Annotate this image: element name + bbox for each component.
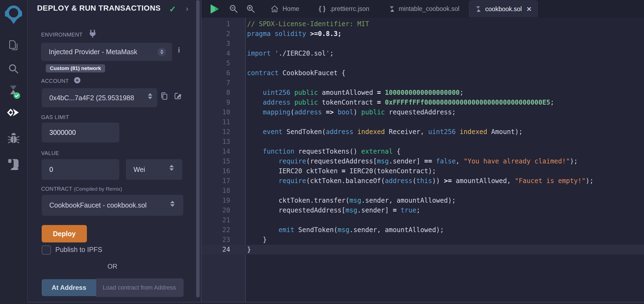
tab-cookbook-sol[interactable]: cookbook.sol×: [469, 1, 538, 17]
environment-value: Injected Provider - MetaMask: [49, 48, 137, 56]
value-unit-select[interactable]: Wei: [126, 159, 182, 180]
code-line[interactable]: 11: [201, 117, 644, 127]
environment-toggle-icon[interactable]: [157, 48, 166, 56]
deploy-run-icon[interactable]: [0, 108, 27, 120]
line-number: 15: [201, 156, 230, 166]
file-explorer-icon[interactable]: [0, 39, 27, 51]
code-editor[interactable]: 1// SPDX-License-Identifier: MIT2pragma …: [201, 18, 644, 302]
debugger-icon[interactable]: [0, 133, 27, 145]
tab-label: Home: [282, 5, 299, 13]
line-number: 3: [201, 39, 230, 48]
value-label: VALUE: [41, 150, 59, 156]
line-number: 7: [201, 78, 230, 88]
tab-prettierrc-json[interactable]: { }.prettierrc.json: [309, 0, 379, 18]
code-text: IERC20 cktToken = IERC20(tokenContract);: [247, 166, 436, 176]
account-select[interactable]: 0x4bC...7a4F2 (25.9531988: [42, 88, 157, 107]
account-value: 0x4bC...7a4F2 (25.9531988: [49, 94, 134, 102]
code-line[interactable]: 21: [201, 215, 644, 225]
tab-label: mintable_coobook.sol: [399, 5, 459, 13]
code-text: }: [247, 235, 267, 245]
deploy-run-panel: DEPLOY & RUN TRANSACTIONS ✓ › ENVIRONMEN…: [28, 0, 200, 304]
home-icon: [271, 5, 279, 13]
gas-limit-label: GAS LIMIT: [41, 114, 69, 120]
code-text: // SPDX-License-Identifier: MIT: [247, 19, 369, 29]
code-text: emit SendToken(msg.sender, amountAllowed…: [247, 225, 444, 235]
deploy-button[interactable]: Deploy: [42, 225, 87, 242]
code-line[interactable]: 23 }: [201, 235, 644, 245]
code-line[interactable]: 20 requestedAddress[msg.sender] = true;: [201, 205, 644, 215]
copy-icon[interactable]: [160, 92, 168, 102]
unit-select-arrows-icon: [169, 165, 174, 171]
edit-icon[interactable]: [174, 92, 183, 101]
code-line[interactable]: 13: [201, 137, 644, 147]
code-text: contract CookbookFaucet {: [247, 68, 345, 78]
code-line[interactable]: 10 mapping(address => bool) public reque…: [201, 107, 644, 117]
run-icon[interactable]: [210, 4, 220, 16]
code-line[interactable]: 6contract CookbookFaucet {: [201, 68, 644, 78]
code-line[interactable]: 8 uint256 public amountAllowed = 1000000…: [201, 88, 644, 98]
line-number: 1: [201, 19, 230, 29]
line-number: 2: [201, 29, 230, 39]
code-text: address public tokenContract = 0xFFFFfFF…: [247, 98, 554, 107]
publish-ipfs-checkbox[interactable]: [42, 245, 51, 255]
code-line[interactable]: 24}: [201, 245, 644, 254]
at-address-button[interactable]: At Address: [42, 279, 96, 296]
at-address-input[interactable]: [102, 284, 177, 291]
environment-select[interactable]: Injected Provider - MetaMask: [41, 43, 172, 61]
line-number: 18: [201, 186, 230, 196]
code-line[interactable]: 9 address public tokenContract = 0xFFFFf…: [201, 98, 644, 107]
line-number: 19: [201, 196, 230, 205]
code-line[interactable]: 7: [201, 78, 644, 88]
line-number: 23: [201, 235, 230, 245]
code-line[interactable]: 15 require(requestedAddress[msg.sender] …: [201, 156, 644, 166]
line-number: 4: [201, 48, 230, 58]
line-number: 9: [201, 98, 230, 107]
code-line[interactable]: 16 IERC20 cktToken = IERC20(tokenContrac…: [201, 166, 644, 176]
remix-ide-window: DEPLOY & RUN TRANSACTIONS ✓ › ENVIRONMEN…: [0, 0, 644, 304]
code-line[interactable]: 14 function requestTokens() external {: [201, 147, 644, 156]
contract-select[interactable]: CookbookFaucet - cookbook.sol: [42, 195, 183, 216]
at-address-field[interactable]: [95, 278, 184, 297]
gas-limit-field[interactable]: [42, 123, 119, 142]
publish-ipfs-label: Publish to IPFS: [55, 246, 102, 254]
line-number: 8: [201, 88, 230, 98]
contract-select-arrows-icon: [170, 201, 175, 207]
value-input[interactable]: [49, 165, 112, 174]
code-line[interactable]: 5: [201, 58, 644, 68]
terminal-top-border[interactable]: [27, 302, 644, 304]
solidity-compiler-icon[interactable]: [0, 85, 27, 99]
code-lines: 1// SPDX-License-Identifier: MIT2pragma …: [201, 19, 644, 254]
code-line[interactable]: 18: [201, 186, 644, 196]
code-line[interactable]: 3: [201, 39, 644, 48]
editor-tabbar: Home{ }.prettierrc.jsonmintable_coobook.…: [201, 0, 644, 18]
tab-strip: Home{ }.prettierrc.jsonmintable_coobook.…: [261, 0, 538, 18]
code-text: }: [247, 245, 251, 254]
panel-scrollbar[interactable]: [196, 0, 200, 297]
tab-home[interactable]: Home: [261, 0, 309, 18]
search-icon[interactable]: [0, 63, 27, 75]
editor-area: Home{ }.prettierrc.jsonmintable_coobook.…: [201, 0, 644, 304]
code-line[interactable]: 22 emit SendToken(msg.sender, amountAllo…: [201, 225, 644, 235]
line-number: 10: [201, 107, 230, 117]
chevron-right-icon[interactable]: ›: [186, 4, 188, 13]
code-line[interactable]: 19 cktToken.transfer(msg.sender, amountA…: [201, 196, 644, 205]
account-select-arrows-icon: [148, 93, 152, 99]
code-line[interactable]: 1// SPDX-License-Identifier: MIT: [201, 19, 644, 29]
plugin-icon[interactable]: [0, 158, 27, 171]
code-line[interactable]: 17 require(cktToken.balanceOf(address(th…: [201, 176, 644, 186]
code-line[interactable]: 4import './IERC20.sol';: [201, 48, 644, 58]
add-account-icon[interactable]: +: [74, 77, 80, 83]
code-line[interactable]: 2pragma solidity >=0.8.3;: [201, 29, 644, 39]
code-text: mapping(address => bool) public requeste…: [247, 107, 456, 117]
line-number: 21: [201, 215, 230, 225]
code-line[interactable]: 12 event SendToken(address indexed Recei…: [201, 127, 644, 137]
value-field[interactable]: [42, 159, 119, 180]
remix-logo[interactable]: [0, 5, 27, 25]
gas-limit-input[interactable]: [49, 128, 112, 137]
zoom-out-icon[interactable]: [229, 4, 238, 15]
tab-mintable-coobook-sol[interactable]: mintable_coobook.sol: [379, 0, 469, 18]
info-icon[interactable]: i: [178, 46, 180, 54]
line-number: 17: [201, 176, 230, 186]
zoom-in-icon[interactable]: [246, 4, 256, 15]
close-icon[interactable]: ×: [527, 5, 531, 13]
